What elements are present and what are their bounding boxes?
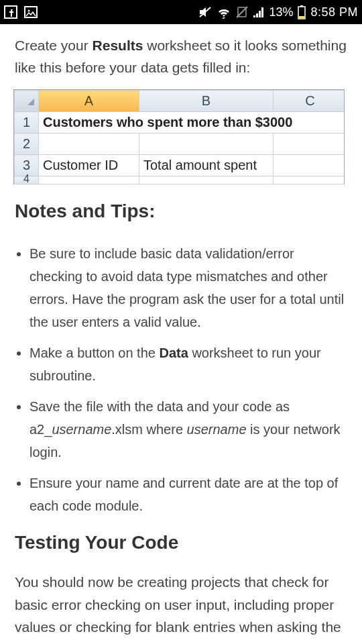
page-content: Create your Results worksheet so it look… xyxy=(0,24,362,639)
cell xyxy=(274,133,345,155)
list-item: Ensure your name and current date are at… xyxy=(29,472,347,517)
cell xyxy=(39,133,139,155)
list-item: Make a button on the Data worksheet to r… xyxy=(29,341,347,387)
tip-text: Make a button on the xyxy=(29,345,159,360)
spreadsheet-preview: A B C 1 Customers who spent more than $3… xyxy=(13,89,345,184)
cell xyxy=(39,176,139,184)
table-row: 3 Customer ID Total amount spent xyxy=(15,155,345,176)
testing-heading: Testing Your Code xyxy=(15,532,347,553)
intro-paragraph: Create your Results worksheet so it look… xyxy=(15,35,347,78)
image-icon xyxy=(24,5,38,19)
cell xyxy=(139,133,274,155)
cell-a3: Customer ID xyxy=(39,155,139,176)
cell xyxy=(274,155,345,176)
username-italic: username xyxy=(187,422,247,437)
svg-rect-8 xyxy=(299,16,304,18)
table-row: 4 xyxy=(15,176,345,184)
svg-point-2 xyxy=(28,10,30,12)
notes-heading: Notes and Tips: xyxy=(15,201,347,222)
list-item: Be sure to include basic data validation… xyxy=(29,242,347,333)
tip-text: .xlsm where xyxy=(111,422,186,437)
col-header-c: C xyxy=(274,91,345,112)
tip-text: Be sure to include basic data validation… xyxy=(29,246,344,329)
row-header: 4 xyxy=(15,176,39,184)
wifi-icon xyxy=(217,5,231,19)
list-item: Save the file with the data and your cod… xyxy=(29,395,347,464)
row-header: 2 xyxy=(15,133,39,155)
intro-text: Create your xyxy=(15,38,93,53)
outro-paragraph: You should now be creating projects that… xyxy=(15,571,347,639)
col-header-b: B xyxy=(139,91,274,112)
table-row: 1 Customers who spent more than $3000 xyxy=(15,112,345,133)
status-right: 13% 8:58 PM xyxy=(198,5,358,19)
results-bold: Results xyxy=(93,38,143,53)
cell xyxy=(274,176,345,184)
tip-text: Ensure your name and current date are at… xyxy=(29,476,338,513)
battery-icon xyxy=(297,5,306,19)
status-left xyxy=(4,5,38,19)
facebook-icon xyxy=(4,5,17,19)
header-row: A B C xyxy=(15,91,345,112)
row-header: 1 xyxy=(15,112,39,133)
table-row: 2 xyxy=(15,133,345,155)
col-header-a: A xyxy=(39,91,139,112)
mute-icon xyxy=(198,5,213,19)
android-status-bar: 13% 8:58 PM xyxy=(0,0,362,24)
signal-icon xyxy=(253,6,265,18)
status-clock: 8:58 PM xyxy=(310,5,358,19)
cell xyxy=(139,176,274,184)
select-all-corner xyxy=(15,91,39,112)
battery-percent: 13% xyxy=(269,5,293,19)
data-bold: Data xyxy=(159,345,188,360)
username-italic: username xyxy=(52,422,111,437)
spreadsheet-table: A B C 1 Customers who spent more than $3… xyxy=(14,90,345,184)
svg-rect-7 xyxy=(300,5,303,7)
cell-a1: Customers who spent more than $3000 xyxy=(39,112,345,133)
cell-b3: Total amount spent xyxy=(139,155,274,176)
no-sim-icon xyxy=(235,5,249,19)
tips-list: Be sure to include basic data validation… xyxy=(15,242,347,517)
